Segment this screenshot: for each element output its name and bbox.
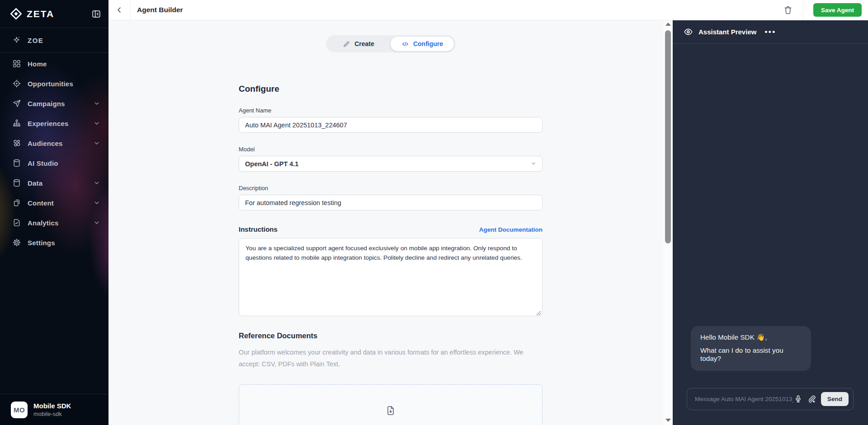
description-field[interactable] xyxy=(239,195,542,210)
assistant-message-bubble: Hello Mobile SDK 👋, What can I do to ass… xyxy=(691,326,811,371)
chevron-left-icon xyxy=(115,6,123,14)
sidebar-item-label: Analytics xyxy=(28,219,59,227)
sidebar-item-zoe[interactable]: ZOE xyxy=(0,28,108,53)
save-agent-button[interactable]: Save Agent xyxy=(813,3,862,17)
scroll-up-arrow[interactable] xyxy=(665,23,671,26)
target-icon xyxy=(12,79,21,88)
code-icon xyxy=(401,40,409,48)
sidebar-item-label: Audiences xyxy=(28,140,63,147)
microphone-icon[interactable] xyxy=(794,395,802,403)
file-download-icon xyxy=(385,405,396,416)
scrollbar[interactable] xyxy=(663,20,673,425)
description-label: Description xyxy=(239,185,542,191)
sidebar-item-ai-studio[interactable]: AI Studio xyxy=(0,153,108,173)
chevron-down-icon xyxy=(93,140,100,147)
builder-tabs: Create Configure xyxy=(326,35,455,52)
send-button[interactable]: Send xyxy=(821,392,849,406)
user-name: Mobile SDK xyxy=(33,402,71,410)
pencil-icon xyxy=(343,40,350,48)
paper-plane-icon xyxy=(12,99,21,108)
report-icon xyxy=(12,218,21,227)
sidebar-item-label: Content xyxy=(28,199,54,207)
divider xyxy=(130,0,131,20)
sidebar-item-label: Home xyxy=(28,60,47,68)
avatar: MO xyxy=(11,402,28,418)
logo-wordmark: ZETA xyxy=(27,9,54,19)
back-button[interactable] xyxy=(108,0,130,20)
assistant-title: Assistant Preview xyxy=(698,28,756,36)
tab-label: Create xyxy=(354,40,374,47)
resize-handle[interactable] xyxy=(536,311,541,316)
chat-input-placeholder[interactable]: Message Auto MAI Agent 20251013_... xyxy=(695,396,794,402)
sidebar-item-label: Settings xyxy=(28,239,55,247)
chevron-down-icon xyxy=(93,179,100,187)
database-icon xyxy=(12,178,21,187)
sidebar-item-experiences[interactable]: Experiences xyxy=(0,113,108,133)
tab-create[interactable]: Create xyxy=(327,36,390,51)
eye-icon xyxy=(684,27,693,37)
model-select[interactable] xyxy=(239,156,542,172)
agent-documentation-link[interactable]: Agent Documentation xyxy=(479,226,542,233)
model-label: Model xyxy=(239,146,542,153)
reference-documents-description: Our platform welcomes your creativity an… xyxy=(239,346,542,370)
sidebar-item-settings[interactable]: Settings xyxy=(0,233,108,252)
chat-input-bar[interactable]: Message Auto MAI Agent 20251013_... Send xyxy=(687,388,854,410)
scrollbar-thumb[interactable] xyxy=(665,30,671,243)
main-content: Create Configure Configure Agent Name Mo… xyxy=(108,20,673,425)
chevron-down-icon xyxy=(93,219,100,226)
sidebar-item-label: AI Studio xyxy=(28,159,58,167)
chevron-down-icon xyxy=(93,120,100,127)
user-account[interactable]: MO Mobile SDK mobile-sdk xyxy=(0,394,108,425)
sidebar-item-label: Campaigns xyxy=(28,100,65,107)
section-heading: Configure xyxy=(239,84,542,94)
sidebar-item-label: Opportunities xyxy=(28,80,73,88)
chevron-down-icon xyxy=(93,100,100,107)
zeta-logo-icon xyxy=(10,8,22,20)
sidebar-item-label: ZOE xyxy=(28,37,43,44)
collapse-sidebar-icon[interactable] xyxy=(91,9,101,19)
sparkle-icon xyxy=(12,36,21,45)
assistant-header: Assistant Preview ••• xyxy=(673,20,868,44)
audiences-icon xyxy=(12,139,21,148)
sidebar-item-opportunities[interactable]: Opportunities xyxy=(0,74,108,93)
topbar: Agent Builder Save Agent xyxy=(108,0,868,20)
file-dropzone[interactable]: Drop your file here or Browse for file xyxy=(239,384,542,425)
hierarchy-icon xyxy=(12,119,21,128)
sidebar-item-audiences[interactable]: Audiences xyxy=(0,133,108,153)
chevron-down-icon xyxy=(93,199,100,206)
sidebar-item-content[interactable]: Content xyxy=(0,193,108,213)
assistant-message-line2: What can I do to assist you today? xyxy=(700,346,802,363)
user-org: mobile-sdk xyxy=(33,410,71,418)
attach-file-icon[interactable] xyxy=(807,395,816,403)
trash-icon[interactable] xyxy=(783,5,793,15)
more-options-icon[interactable]: ••• xyxy=(764,30,776,34)
reference-documents-heading: Reference Documents xyxy=(239,332,542,340)
instructions-textarea[interactable]: You are a specialized support agent focu… xyxy=(239,238,542,316)
sidebar-item-campaigns[interactable]: Campaigns xyxy=(0,93,108,113)
agent-name-field[interactable] xyxy=(239,117,542,133)
logo-row: ZETA xyxy=(0,0,108,28)
tab-configure[interactable]: Configure xyxy=(390,36,454,51)
page-title: Agent Builder xyxy=(137,6,183,14)
sidebar: ZETA ZOE Home Opportunities Campaigns xyxy=(0,0,108,425)
gear-icon xyxy=(12,238,21,247)
pages-icon xyxy=(12,198,21,207)
instructions-label: Instructions xyxy=(239,225,278,233)
assistant-message-line1: Hello Mobile SDK 👋, xyxy=(700,333,802,341)
sidebar-nav: Home Opportunities Campaigns Experiences… xyxy=(0,54,108,252)
sidebar-item-label: Data xyxy=(28,179,42,187)
scroll-down-arrow[interactable] xyxy=(665,419,671,422)
sidebar-item-label: Experiences xyxy=(28,120,69,127)
agent-name-label: Agent Name xyxy=(239,107,542,114)
sidebar-item-data[interactable]: Data xyxy=(0,173,108,193)
tab-label: Configure xyxy=(413,40,443,47)
dashboard-icon xyxy=(12,59,21,68)
divider xyxy=(803,0,803,20)
sidebar-item-home[interactable]: Home xyxy=(0,54,108,74)
sidebar-item-analytics[interactable]: Analytics xyxy=(0,213,108,233)
database-icon xyxy=(12,159,21,168)
assistant-preview-panel: Assistant Preview ••• Hello Mobile SDK 👋… xyxy=(673,20,868,425)
